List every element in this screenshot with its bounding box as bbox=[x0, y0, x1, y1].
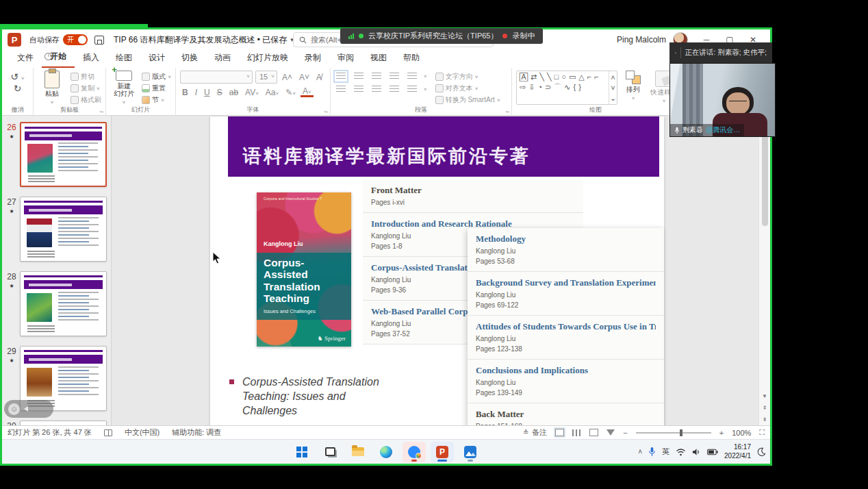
battery-icon[interactable] bbox=[707, 449, 718, 455]
ribbon-tab[interactable]: 帮助 bbox=[395, 49, 428, 68]
ribbon-tab[interactable]: 设计 bbox=[140, 49, 173, 68]
start-button[interactable] bbox=[290, 442, 314, 462]
shape-icon[interactable]: ╲ bbox=[547, 72, 552, 82]
shape-icon[interactable]: ▭ bbox=[569, 72, 576, 82]
powerpoint-logo-icon[interactable]: P bbox=[8, 33, 21, 47]
italic-button[interactable]: I bbox=[193, 88, 199, 97]
shape-icon[interactable]: ◔ bbox=[537, 82, 542, 92]
scroll-down-icon[interactable]: ▼ bbox=[762, 390, 767, 402]
meeting-banner[interactable]: 云享校庆TIP系列研究生论坛（TIP65） 录制中 bbox=[340, 28, 543, 44]
section-button[interactable]: 节 ˅ bbox=[142, 95, 171, 105]
font-name-select[interactable] bbox=[180, 71, 253, 84]
new-slide-button[interactable]: 新建 幻灯片 ˅ bbox=[110, 71, 138, 105]
edge-button[interactable] bbox=[374, 442, 398, 462]
shadow-button[interactable]: ab bbox=[227, 88, 240, 97]
thumbnail-panel[interactable]: 26★27★28★29★30 bbox=[2, 116, 112, 425]
smartart-button[interactable]: 转换为 SmartArt ˅ bbox=[435, 95, 500, 105]
copy-button[interactable]: 复制 ˅ bbox=[71, 84, 101, 93]
paste-button[interactable]: 粘贴 ˅ bbox=[38, 71, 66, 105]
dialog-launcher-icon[interactable]: ⌙ bbox=[324, 108, 329, 114]
align-center-button[interactable] bbox=[354, 86, 363, 93]
decrease-indent-button[interactable] bbox=[372, 73, 381, 80]
shape-icon[interactable]: ⇄ bbox=[531, 72, 537, 82]
wifi-icon[interactable] bbox=[676, 448, 686, 456]
next-slide-button[interactable]: ⇟ bbox=[763, 414, 767, 425]
shape-icon[interactable]: 🄰 bbox=[520, 72, 528, 82]
line-spacing-button[interactable] bbox=[407, 73, 417, 80]
redo-icon[interactable]: ↻ bbox=[14, 84, 22, 93]
normal-view-button[interactable] bbox=[555, 429, 564, 436]
shrink-font-icon[interactable]: A˅ bbox=[297, 73, 311, 82]
ribbon-tab[interactable]: 动画 bbox=[206, 49, 239, 68]
shape-icon[interactable]: ○ bbox=[561, 72, 566, 82]
shape-icon[interactable]: ⌐ bbox=[587, 72, 591, 82]
microphone-icon[interactable] bbox=[648, 447, 656, 457]
align-text-button[interactable]: 对齐文本 ˅ bbox=[435, 84, 500, 93]
powerpoint-taskbar-button[interactable]: P bbox=[431, 442, 454, 462]
slide-thumbnail-box[interactable] bbox=[20, 421, 107, 425]
strikethrough-button[interactable]: S bbox=[215, 88, 225, 97]
shape-icon[interactable]: △ bbox=[578, 72, 584, 82]
arrange-button[interactable]: 排列˅ bbox=[622, 71, 645, 105]
shapes-gallery[interactable]: 🄰⇄ ╲╲ □○ ▭△ ⌐⌐ ⇨⇩ ◔⊃ ⌒∿ {} ˄˅⌄ bbox=[516, 71, 617, 105]
shape-icon[interactable]: ⌐ bbox=[594, 72, 598, 82]
zoom-out-button[interactable]: − bbox=[623, 429, 627, 437]
meeting-float-widget[interactable]: ☺ bbox=[4, 400, 53, 418]
change-case-button[interactable]: Aa˅ bbox=[264, 88, 281, 97]
font-color-button[interactable]: A˅ bbox=[301, 87, 314, 97]
underline-button[interactable]: U bbox=[202, 88, 212, 97]
accessibility-button[interactable]: 辅助功能: 调查 bbox=[172, 427, 221, 438]
photos-button[interactable] bbox=[459, 442, 482, 462]
align-left-button[interactable] bbox=[336, 86, 346, 93]
character-spacing-button[interactable]: AV˅ bbox=[243, 88, 261, 97]
zoom-level[interactable]: 100% bbox=[732, 429, 751, 437]
ribbon-tab[interactable]: 审阅 bbox=[329, 49, 362, 68]
webcam-video[interactable]: 荆素蓉@腾讯会… bbox=[669, 63, 776, 137]
slide-sorter-view-button[interactable] bbox=[572, 429, 581, 436]
spellcheck-button[interactable] bbox=[104, 429, 112, 436]
bullet-list-button[interactable] bbox=[336, 73, 346, 80]
tencent-meeting-button[interactable] bbox=[403, 442, 426, 462]
focus-assist-moon-icon[interactable] bbox=[757, 447, 766, 456]
ribbon-tab[interactable]: 切换 bbox=[173, 49, 206, 68]
shape-icon[interactable]: □ bbox=[554, 72, 559, 82]
dialog-launcher-icon[interactable]: ⌙ bbox=[505, 108, 510, 114]
toc-entry-title[interactable]: Conclusions and Implications bbox=[476, 365, 656, 376]
scrollbar-thumb[interactable] bbox=[762, 130, 768, 226]
zoom-slider[interactable] bbox=[636, 432, 711, 434]
numbered-list-button[interactable] bbox=[354, 73, 363, 80]
slideshow-button[interactable] bbox=[607, 429, 615, 436]
text-direction-button[interactable]: 文字方向 ˅ bbox=[435, 72, 500, 82]
vertical-scrollbar[interactable]: ▲ ▼ ⇞ ⇟ bbox=[758, 116, 770, 425]
zoom-in-button[interactable]: + bbox=[719, 429, 724, 437]
highlight-button[interactable]: ✎˅ bbox=[283, 88, 298, 97]
reading-view-button[interactable] bbox=[589, 429, 598, 436]
gallery-scroll[interactable]: ˄˅⌄ bbox=[609, 71, 617, 104]
increase-indent-button[interactable] bbox=[390, 73, 399, 80]
speaker-icon[interactable] bbox=[692, 448, 701, 456]
save-icon[interactable] bbox=[94, 36, 104, 45]
clear-format-icon[interactable]: A̸ bbox=[314, 73, 324, 82]
ribbon-tab[interactable]: 视图 bbox=[362, 49, 395, 68]
align-right-button[interactable] bbox=[372, 86, 381, 93]
clock[interactable]: 16:17 2022/4/1 bbox=[724, 443, 751, 460]
shape-icon[interactable]: ⌒ bbox=[554, 82, 561, 92]
bold-button[interactable]: B bbox=[180, 88, 190, 97]
undo-icon[interactable]: ↺ ˅ bbox=[10, 72, 24, 82]
grow-font-icon[interactable]: A˄ bbox=[280, 73, 294, 82]
slide-thumbnail-box[interactable] bbox=[20, 197, 107, 262]
shape-icon[interactable]: ⊃ bbox=[545, 82, 551, 92]
slide-canvas[interactable]: 语料库翻译学最新国际前沿专著 Corpora and Intercultural… bbox=[210, 116, 664, 425]
ribbon-tab[interactable]: 插入 bbox=[75, 49, 107, 68]
previous-slide-button[interactable]: ⇞ bbox=[763, 402, 767, 414]
font-size-select[interactable]: 15 bbox=[255, 71, 277, 84]
ribbon-tab[interactable]: 文件 bbox=[9, 49, 42, 68]
autosave-toggle[interactable]: 开 bbox=[63, 34, 88, 45]
account-name[interactable]: Ping Malcolm bbox=[617, 35, 666, 45]
notes-button[interactable]: ≙ 备注 bbox=[523, 427, 547, 438]
shape-icon[interactable]: } bbox=[578, 82, 581, 92]
ime-indicator[interactable]: 英 bbox=[662, 447, 669, 457]
slide-thumbnail-box[interactable] bbox=[20, 271, 107, 336]
shape-icon[interactable]: { bbox=[574, 82, 576, 92]
reset-button[interactable]: 重置 bbox=[142, 84, 171, 93]
